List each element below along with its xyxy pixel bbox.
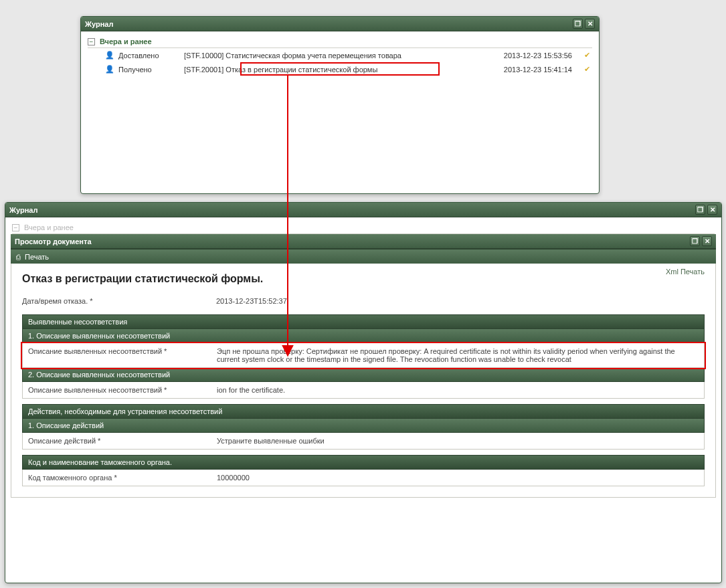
close-icon[interactable]: ✕ bbox=[702, 236, 712, 246]
discrepancy-2-label: Описание выявленных несоответствий * bbox=[28, 386, 217, 394]
journal2-group-label: Вчера и ранее bbox=[24, 223, 74, 231]
check-icon: ✔ bbox=[581, 51, 592, 60]
doc-heading: Отказ в регистрации статистической формы… bbox=[22, 273, 705, 285]
subsection-discrepancy-1: 1. Описание выявленных несоответствий bbox=[22, 329, 705, 343]
user-icon: 👤 bbox=[105, 51, 113, 60]
collapse-icon[interactable]: − bbox=[88, 38, 95, 45]
docview-toolbar: ⎙ Печать bbox=[11, 249, 716, 264]
restore-icon[interactable]: ❐ bbox=[690, 236, 700, 246]
print-button[interactable]: Печать bbox=[25, 253, 49, 261]
user-icon: 👤 bbox=[105, 65, 113, 74]
restore-icon[interactable]: ❐ bbox=[573, 19, 583, 29]
status-label: Получено bbox=[118, 66, 179, 74]
customs-row: Код таможенного органа * 10000000 bbox=[22, 470, 705, 486]
restore-icon[interactable]: ❐ bbox=[695, 205, 705, 215]
discrepancy-row-2: Описание выявленных несоответствий * ion… bbox=[22, 382, 705, 399]
section-customs: Код и наименование таможенного органа. bbox=[22, 455, 705, 470]
date-label: Дата/время отказа. * bbox=[22, 297, 216, 305]
customs-label: Код таможенного органа * bbox=[28, 474, 217, 482]
xml-print-link[interactable]: Xml Печать bbox=[666, 268, 705, 276]
print-icon[interactable]: ⎙ bbox=[16, 253, 21, 261]
subject-label: [STF.20001] Отказ в регистрации статисти… bbox=[184, 66, 484, 74]
discrepancy-2-value: ion for the certificate. bbox=[217, 386, 699, 394]
status-label: Доставлено bbox=[118, 52, 179, 60]
date-value: 2013-12-23T15:52:37 bbox=[216, 297, 705, 305]
discrepancy-1-label: Описание выявленных несоответствий * bbox=[28, 347, 217, 363]
subsection-action-1: 1. Описание действий bbox=[22, 419, 705, 433]
journal-row[interactable]: 👤 Получено [STF.20001] Отказ в регистрац… bbox=[88, 62, 592, 76]
journal-title: Журнал bbox=[85, 20, 113, 28]
journal-group-label: Вчера и ранее bbox=[100, 37, 151, 45]
section-actions: Действия, необходимые для устранения нес… bbox=[22, 404, 705, 419]
subject-label: [STF.10000] Статистическая форма учета п… bbox=[184, 52, 484, 60]
journal-titlebar: Журнал ❐ ✕ bbox=[81, 17, 599, 31]
action-1-label: Описание действий * bbox=[28, 437, 217, 445]
close-icon[interactable]: ✕ bbox=[585, 19, 595, 29]
journal2-titlebar: Журнал ❐ ✕ bbox=[5, 203, 721, 217]
customs-value: 10000000 bbox=[217, 474, 699, 482]
journal2-group[interactable]: − Вчера и ранее bbox=[12, 221, 715, 234]
journal-row[interactable]: 👤 Доставлено [STF.10000] Статистическая … bbox=[88, 48, 592, 62]
action-row-1: Описание действий * Устраните выявленные… bbox=[22, 433, 705, 450]
section-discrepancies: Выявленные несоответствия bbox=[22, 314, 705, 329]
docview-titlebar: Просмотр документа ❐ ✕ bbox=[11, 234, 716, 249]
close-icon[interactable]: ✕ bbox=[707, 205, 717, 215]
subsection-discrepancy-2: 2. Описание выявленных несоответствий bbox=[22, 368, 705, 382]
datetime-label: 2013-12-23 15:41:14 bbox=[489, 66, 576, 74]
action-1-value: Устраните выявленные ошибки bbox=[217, 437, 699, 445]
journal2-title: Журнал bbox=[9, 206, 37, 214]
collapse-icon[interactable]: − bbox=[12, 224, 19, 231]
datetime-label: 2013-12-23 15:53:56 bbox=[489, 52, 576, 60]
check-icon: ✔ bbox=[581, 65, 592, 74]
journal-group[interactable]: − Вчера и ранее bbox=[88, 35, 592, 48]
discrepancy-1-value: Эцп не прошла проверку: Сертификат не пр… bbox=[217, 347, 699, 363]
discrepancy-row-1: Описание выявленных несоответствий * Эцп… bbox=[22, 343, 705, 368]
docview-title: Просмотр документа bbox=[15, 237, 92, 246]
